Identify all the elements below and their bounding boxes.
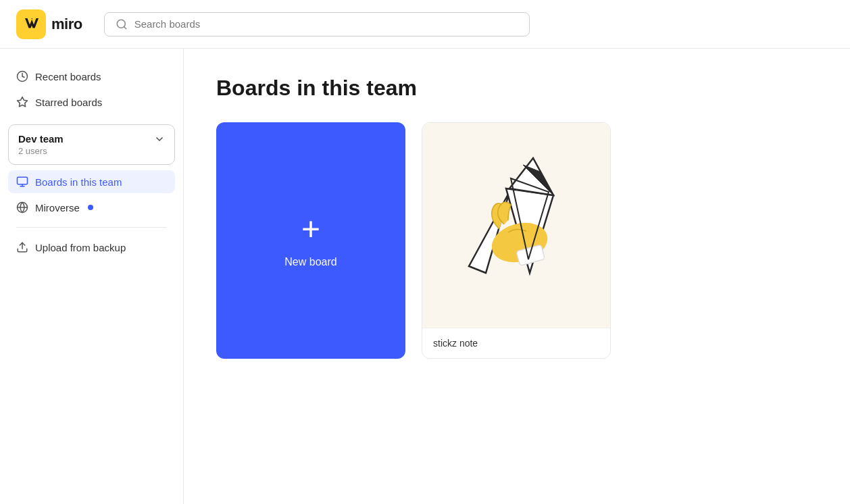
sidebar-item-boards-in-team[interactable]: Boards in this team: [8, 170, 175, 193]
boards-in-team-label: Boards in this team: [35, 176, 122, 188]
starred-boards-label: Starred boards: [35, 97, 102, 108]
sidebar-item-recent[interactable]: Recent boards: [8, 65, 175, 88]
logo-link[interactable]: miro: [16, 9, 82, 39]
team-users: 2 users: [18, 146, 165, 156]
sidebar-item-upload[interactable]: Upload from backup: [8, 236, 175, 259]
board-card-footer: stickz note: [422, 328, 610, 358]
sidebar-divider: [16, 227, 167, 228]
recent-boards-label: Recent boards: [35, 71, 101, 82]
board-thumbnail: [422, 123, 610, 328]
search-input[interactable]: [134, 18, 518, 30]
topbar: miro: [0, 0, 850, 49]
new-board-label: New board: [284, 256, 336, 268]
clock-icon: [16, 70, 28, 82]
sidebar: Recent boards Starred boards Dev team 2 …: [0, 49, 184, 504]
team-name: Dev team: [18, 133, 64, 145]
svg-marker-3: [18, 97, 28, 107]
upload-label: Upload from backup: [35, 242, 126, 253]
boards-icon: [16, 176, 28, 188]
upload-icon: [16, 241, 28, 253]
logo-icon: [16, 9, 46, 39]
team-selector-header: Dev team: [18, 133, 165, 145]
boards-grid: + New board: [216, 122, 818, 359]
miroverse-icon: [16, 201, 28, 213]
sidebar-item-starred[interactable]: Starred boards: [8, 91, 175, 114]
miroverse-label: Miroverse: [35, 202, 80, 213]
miro-logo-svg: [22, 15, 41, 34]
stickz-note-illustration: [449, 151, 584, 300]
sidebar-item-miroverse[interactable]: Miroverse: [8, 196, 175, 219]
team-selector[interactable]: Dev team 2 users: [8, 124, 175, 165]
board-name: stickz note: [433, 338, 478, 349]
board-card[interactable]: stickz note: [422, 122, 611, 359]
page-title: Boards in this team: [216, 76, 818, 101]
layout: Recent boards Starred boards Dev team 2 …: [0, 49, 850, 504]
search-icon: [116, 18, 128, 30]
main-content: Boards in this team + New board: [184, 49, 850, 504]
plus-icon: +: [301, 213, 320, 245]
svg-line-1: [124, 26, 126, 28]
new-board-card[interactable]: + New board: [216, 122, 405, 359]
miroverse-dot-badge: [88, 205, 93, 210]
svg-marker-12: [509, 158, 553, 195]
logo-text: miro: [51, 16, 82, 33]
svg-rect-4: [18, 177, 28, 184]
search-bar[interactable]: [104, 12, 530, 36]
chevron-down-icon: [154, 134, 165, 145]
star-icon: [16, 96, 28, 108]
